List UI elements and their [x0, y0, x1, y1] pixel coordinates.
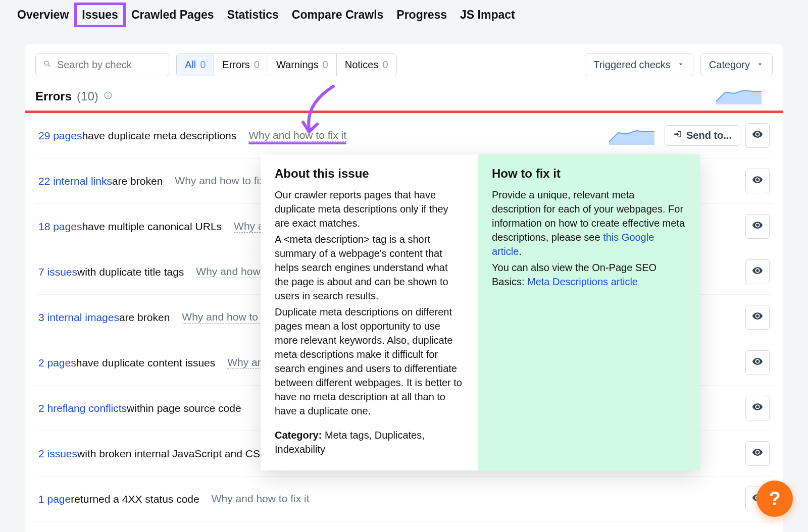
about-panel: About this issue Our crawler reports pag… — [261, 154, 478, 470]
fix-panel: How to fix it Provide a unique, relevant… — [478, 154, 700, 470]
visibility-button[interactable] — [745, 441, 770, 466]
issue-link[interactable]: 2 issues — [38, 448, 77, 460]
toolbar: All 0 Errors 0 Warnings 0 Notices 0 — [35, 54, 773, 76]
filter-warnings[interactable]: Warnings 0 — [268, 54, 337, 76]
meta-descriptions-article-link[interactable]: Meta Descriptions article — [527, 276, 638, 287]
section-count: (10) — [77, 89, 98, 103]
filter-count: 0 — [200, 59, 206, 71]
issue-text: have multiple canonical URLs — [82, 221, 222, 233]
why-and-how-link[interactable]: Why and how to fix it — [175, 175, 273, 187]
issue-link[interactable]: 18 pages — [38, 221, 82, 233]
filter-count: 0 — [383, 59, 388, 71]
issue-link[interactable]: 2 hreflang conflicts — [38, 402, 127, 414]
triggered-checks-dropdown[interactable]: Triggered checks — [585, 54, 693, 76]
category-dropdown[interactable]: Category — [700, 54, 773, 76]
filter-group: All 0 Errors 0 Warnings 0 Notices 0 — [176, 54, 397, 76]
tab-issues[interactable]: Issues — [74, 3, 126, 27]
eye-icon — [752, 310, 763, 324]
trend-chart-icon — [716, 86, 762, 104]
dropdown-label: Triggered checks — [593, 59, 671, 71]
tabs: Overview Issues Crawled Pages Statistics… — [0, 0, 808, 32]
tab-compare-crawls[interactable]: Compare Crawls — [292, 8, 384, 22]
issue-text: have duplicate meta descriptions — [82, 130, 236, 142]
visibility-button[interactable] — [745, 396, 770, 420]
issue-link[interactable]: 22 internal links — [38, 175, 112, 187]
issue-link[interactable]: 2 pages — [38, 357, 76, 369]
tab-statistics[interactable]: Statistics — [227, 8, 279, 22]
section-header: Errors (10) — [35, 89, 773, 103]
search-input-wrap[interactable] — [35, 54, 169, 76]
search-input[interactable] — [57, 59, 162, 71]
eye-icon — [752, 174, 763, 188]
help-fab[interactable]: ? — [756, 481, 793, 517]
section-title: Errors — [35, 89, 72, 103]
fix-title: How to fix it — [492, 167, 686, 181]
category-label: Category: — [275, 430, 322, 441]
info-icon[interactable] — [104, 91, 113, 102]
tab-overview[interactable]: Overview — [17, 8, 69, 22]
why-popover: About this issue Our crawler reports pag… — [261, 154, 700, 470]
send-label: Send to... — [686, 130, 732, 141]
fix-text: Provide a unique, relevant meta descript… — [492, 188, 686, 258]
tab-progress[interactable]: Progress — [396, 8, 447, 22]
eye-icon — [752, 356, 763, 369]
issue-text: within page source code — [127, 402, 241, 414]
chevron-down-icon — [677, 59, 685, 71]
about-text: A <meta description> tag is a short summ… — [275, 232, 464, 303]
eye-icon — [752, 220, 763, 233]
visibility-button[interactable] — [745, 214, 770, 239]
filter-label: Warnings — [276, 59, 319, 71]
eye-icon — [752, 401, 763, 415]
issue-text: have duplicate content issues — [76, 357, 216, 369]
issue-text: are broken — [119, 311, 170, 324]
filter-label: Notices — [345, 59, 379, 71]
filter-label: All — [185, 59, 196, 71]
eye-icon — [752, 447, 763, 460]
issue-link[interactable]: 3 internal images — [38, 311, 119, 324]
visibility-button[interactable] — [745, 123, 770, 148]
eye-icon — [752, 265, 763, 279]
search-icon — [43, 60, 52, 71]
why-and-how-link[interactable]: Why and how to fix it — [212, 493, 310, 505]
highlight-underline — [248, 142, 346, 144]
fix-text-part: Provide a unique, relevant meta descript… — [492, 189, 685, 243]
tab-js-impact[interactable]: JS Impact — [460, 8, 515, 22]
eye-icon — [752, 129, 763, 142]
visibility-button[interactable] — [745, 305, 770, 330]
fix-text: You can also view the On-Page SEO Basics… — [492, 260, 686, 289]
issue-link[interactable]: 7 issues — [38, 266, 77, 278]
chevron-down-icon — [756, 59, 764, 71]
about-text: Our crawler reports pages that have dupl… — [275, 188, 464, 230]
filter-all[interactable]: All 0 — [177, 54, 214, 76]
visibility-button[interactable] — [745, 259, 770, 284]
trend-chart-icon — [609, 127, 654, 145]
send-to-button[interactable]: Send to... — [665, 125, 740, 146]
issue-row: 29 pages have duplicate meta description… — [35, 113, 773, 158]
filter-count: 0 — [254, 59, 260, 71]
issue-text: with broken internal JavaScript and CSS — [77, 448, 267, 460]
filter-notices[interactable]: Notices 0 — [337, 54, 396, 76]
arrow-icon — [673, 130, 682, 141]
fix-text-part: . — [519, 246, 522, 257]
issue-row: 1 page returned a 4XX status codeWhy and… — [35, 476, 773, 522]
filter-label: Errors — [222, 59, 249, 71]
issue-text: are broken — [112, 175, 163, 187]
about-text: Duplicate meta descriptions on different… — [275, 305, 464, 418]
issue-link[interactable]: 29 pages — [38, 130, 82, 142]
issue-text: with duplicate title tags — [77, 266, 184, 278]
issue-link[interactable]: 1 page — [38, 493, 71, 505]
filter-count: 0 — [323, 59, 328, 71]
issue-text: returned a 4XX status code — [71, 493, 199, 505]
filter-errors[interactable]: Errors 0 — [214, 54, 268, 76]
category-line: Category: Meta tags, Duplicates, Indexab… — [275, 428, 464, 456]
visibility-button[interactable] — [745, 169, 770, 193]
tab-crawled-pages[interactable]: Crawled Pages — [131, 8, 214, 22]
why-and-how-link[interactable]: Why and how to fix it — [248, 129, 346, 142]
about-title: About this issue — [275, 167, 464, 181]
visibility-button[interactable] — [745, 350, 770, 375]
dropdown-label: Category — [709, 59, 750, 71]
issue-row: 1 page has slow load speedWhy and how to… — [35, 522, 773, 532]
